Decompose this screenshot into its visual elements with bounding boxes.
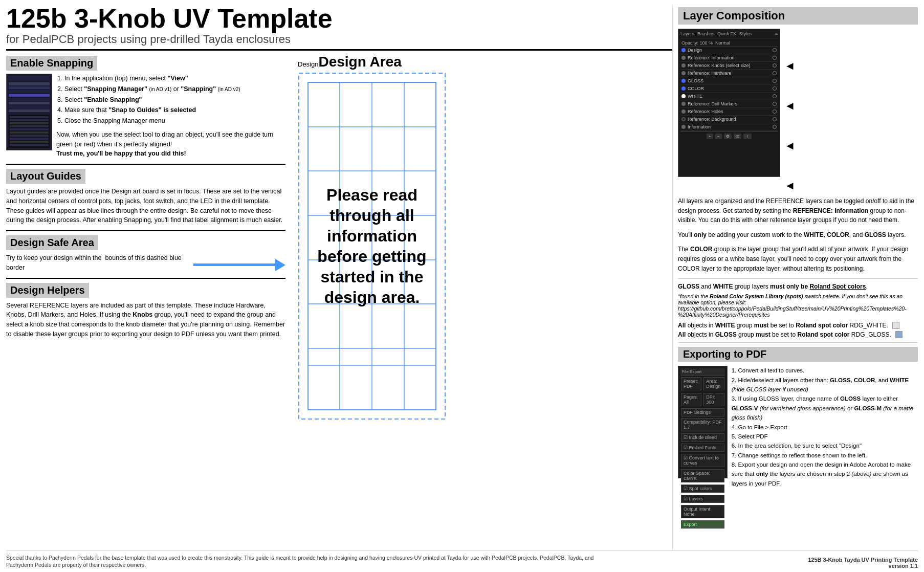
center-column: DesignDesign Area bbox=[293, 54, 672, 551]
layer-body-2: You'll only be adding your custom work t… bbox=[678, 230, 918, 240]
export-title: Exporting to PDF bbox=[678, 347, 918, 362]
step-3: Select "Enable Snapping" bbox=[64, 95, 285, 105]
arrow-information: ◄ bbox=[784, 59, 796, 73]
footer-version-line1: 125B 3-Knob Tayda UV Printing Template bbox=[808, 557, 918, 563]
arrow-gloss: ◄ bbox=[784, 99, 796, 113]
design-area-text: Please read through all information befo… bbox=[298, 72, 446, 420]
design-area-header: DesignDesign Area bbox=[298, 54, 402, 70]
footer: Special thanks to Pachyderm Pedals for t… bbox=[6, 551, 918, 569]
arrow-color: ◄ bbox=[784, 139, 796, 152]
header: 125b 3-Knob UV Template for PedalPCB pro… bbox=[6, 5, 672, 54]
enable-snapping-title: Enable Snapping bbox=[6, 56, 97, 71]
white-swatch bbox=[892, 322, 899, 329]
export-row-container: File Export Preset: PDF Area: Design Pag… bbox=[678, 366, 918, 488]
design-helpers-section: Design Helpers Several REFERENCE layers … bbox=[6, 283, 285, 339]
design-label-small: Design bbox=[298, 60, 318, 68]
enable-snapping-section: Enable Snapping bbox=[6, 56, 285, 159]
layers-row: LayersBrushesQuick FXStyles ≡ Opacity: 1… bbox=[678, 29, 918, 192]
step-1: In the application (top) menu, select "V… bbox=[64, 74, 285, 83]
export-steps: 1. Convert all text to curves. 2. Hide/d… bbox=[732, 366, 918, 488]
page: 125b 3-Knob UV Template for PedalPCB pro… bbox=[0, 0, 924, 572]
gloss-white-line: GLOSS and WHITE group layers must only b… bbox=[678, 283, 918, 290]
snapping-screenshot bbox=[6, 74, 52, 150]
design-safe-area-section: Design Safe Area Try to keep your design… bbox=[6, 235, 285, 273]
footer-version-line2: version 1.1 bbox=[808, 563, 918, 569]
subtitle: for PedalPCB projects using pre-drilled … bbox=[6, 33, 672, 46]
layer-composition-title: Layer Composition bbox=[678, 7, 918, 25]
left-column: Enable Snapping bbox=[6, 54, 293, 551]
footer-credits: Special thanks to Pachyderm Pedals for t… bbox=[6, 554, 620, 569]
arrow-white: ◄ bbox=[784, 179, 796, 192]
layers-screenshot: LayersBrushesQuick FXStyles ≡ Opacity: 1… bbox=[678, 29, 780, 177]
layer-arrows: ◄ ◄ ◄ ◄ bbox=[784, 29, 796, 192]
step-5: Close the Snapping Manager menu bbox=[64, 116, 285, 126]
layout-guides-section: Layout Guides Layout guides are provided… bbox=[6, 169, 285, 225]
design-helpers-body: Several REFERENCE layers are included as… bbox=[6, 301, 285, 339]
layer-body-1: All layers are organized and the REFEREN… bbox=[678, 196, 918, 225]
step-4: Make sure that "Snap to Guides" is selec… bbox=[64, 105, 285, 115]
layout-guides-title: Layout Guides bbox=[6, 169, 85, 184]
snapping-steps: In the application (top) menu, select "V… bbox=[56, 74, 285, 159]
design-area-title: Design Area bbox=[318, 54, 401, 70]
gloss-swatch bbox=[895, 331, 903, 338]
gloss-spot-line: All objects in GLOSS group must be set t… bbox=[678, 331, 918, 338]
white-spot-line: All objects in WHITE group must be set t… bbox=[678, 322, 918, 329]
layer-body-3: The COLOR group is the layer group that … bbox=[678, 245, 918, 273]
design-box: Please read through all information befo… bbox=[298, 72, 446, 420]
design-safe-arrow bbox=[193, 259, 285, 271]
layout-guides-body: Layout guides are provided once the Desi… bbox=[6, 187, 285, 225]
footer-version: 125B 3-Knob Tayda UV Printing Template v… bbox=[808, 557, 918, 569]
right-column: Layer Composition LayersBrushesQuick FXS… bbox=[672, 5, 918, 551]
export-screenshot: File Export Preset: PDF Area: Design Pag… bbox=[678, 366, 728, 478]
design-safe-area-title: Design Safe Area bbox=[6, 235, 98, 250]
main-title: 125b 3-Knob UV Template bbox=[6, 5, 672, 32]
design-helpers-title: Design Helpers bbox=[6, 283, 89, 298]
design-safe-area-body: Try to keep your design within the bound… bbox=[6, 253, 188, 273]
gloss-note: *found in the Roland Color System Librar… bbox=[678, 293, 918, 318]
step-2: Select "Snapping Manager" (in AD v1) or … bbox=[64, 84, 285, 94]
snapping-note: Now, when you use the select tool to dra… bbox=[56, 130, 285, 159]
